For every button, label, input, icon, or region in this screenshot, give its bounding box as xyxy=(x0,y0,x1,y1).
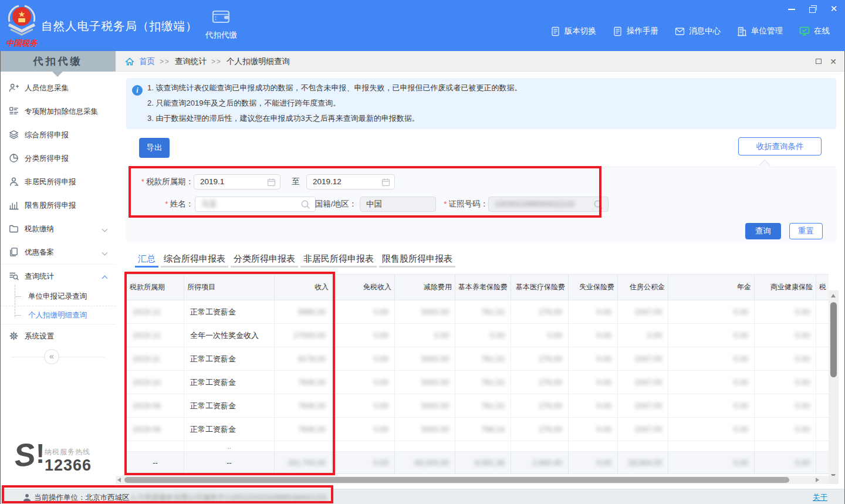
tab-2[interactable]: 分类所得申报表 xyxy=(231,251,298,268)
table-cell: 0.00 xyxy=(395,324,455,347)
sidebar-item-2[interactable]: 综合所得申报 xyxy=(0,123,116,147)
window-restore-button[interactable] xyxy=(809,5,817,13)
table-cell xyxy=(395,441,455,452)
table-cell: 0.00 xyxy=(755,394,816,418)
column-header[interactable]: 免税收入 xyxy=(332,275,395,300)
building-icon xyxy=(737,26,747,36)
table-cell: 1547.00 xyxy=(618,300,668,324)
sidebar-collapse-button[interactable]: « xyxy=(44,349,59,364)
scroll-up-arrow[interactable] xyxy=(831,294,836,297)
column-header[interactable]: 年金 xyxy=(668,275,755,300)
breadcrumb-item[interactable]: 查询统计 xyxy=(175,56,207,67)
reset-button[interactable]: 重置 xyxy=(789,223,823,239)
info-icon: i xyxy=(132,85,143,96)
table-cell: 279.00 xyxy=(511,300,569,324)
header-menu-item-1[interactable]: 操作手册 xyxy=(613,26,658,36)
table-cell: 0.00 xyxy=(755,300,816,324)
tab-3[interactable]: 非居民所得申报表 xyxy=(300,251,377,268)
horizontal-scroll-thumb[interactable] xyxy=(124,477,789,483)
home-icon xyxy=(125,57,134,66)
table-cell: 0.00 xyxy=(455,324,511,347)
sidebar-item-0[interactable]: 人员信息采集 xyxy=(0,76,116,100)
table-cell xyxy=(816,300,829,324)
sidebar-item-8[interactable]: 查询统计 xyxy=(0,264,116,287)
vertical-scroll-thumb[interactable] xyxy=(830,302,837,377)
table-cell xyxy=(816,324,829,347)
sidebar-item-6[interactable]: 税款缴纳 xyxy=(0,217,116,241)
result-tabs: 汇总综合所得申报表分类所得申报表非居民所得申报表限售股所得申报表 xyxy=(135,251,458,268)
sidebar-item-1[interactable]: 专项附加扣除信息采集 xyxy=(0,100,116,123)
annotation-box-form xyxy=(129,166,601,218)
table-cell: 0.00 xyxy=(569,347,618,371)
table-cell: 0.00 xyxy=(668,452,755,474)
table-cell: 1547.00 xyxy=(618,347,668,371)
table-cell xyxy=(755,441,816,452)
export-button[interactable]: 导出 xyxy=(139,138,170,158)
header-tab-daikoudaijiao[interactable]: 代扣代缴 xyxy=(200,9,243,40)
table-cell: 1547.00 xyxy=(618,418,668,441)
column-header[interactable]: 失业保险费 xyxy=(569,275,618,300)
column-header[interactable]: 税 xyxy=(816,275,829,300)
header-menu: 版本切换操作手册消息中心单位管理在线 xyxy=(550,26,830,36)
horizontal-scrollbar[interactable] xyxy=(116,476,829,484)
header-tab-label: 代扣代缴 xyxy=(200,30,243,40)
sidebar-item-5[interactable]: 限售股所得申报 xyxy=(0,194,116,217)
mail-icon xyxy=(675,26,685,36)
pane-maximize-icon[interactable] xyxy=(816,59,822,64)
header-menu-item-2[interactable]: 消息中心 xyxy=(675,26,721,36)
window-border-left xyxy=(0,51,1,504)
tab-1[interactable]: 综合所得申报表 xyxy=(161,251,228,268)
sidebar-item-4[interactable]: 非居民所得申报 xyxy=(0,170,116,194)
scrollbar-corner xyxy=(829,476,839,484)
table-cell: 0.00 xyxy=(569,452,618,474)
table-cell xyxy=(816,371,829,394)
column-header[interactable]: 住房公积金 xyxy=(618,275,668,300)
about-link[interactable]: 关于 xyxy=(813,489,827,504)
person-add-icon xyxy=(9,83,19,93)
gear-icon xyxy=(9,331,19,341)
tax-bureau-logo: ★ 中国税务 xyxy=(5,2,39,49)
chevron-down-icon xyxy=(102,250,108,256)
online-status[interactable]: 在线 xyxy=(799,26,830,36)
document-icon xyxy=(613,26,623,36)
breadcrumb-home[interactable]: 首页 xyxy=(139,56,155,67)
table-cell: 60,000.00 xyxy=(395,452,455,474)
collapse-query-button[interactable]: 收折查询条件 xyxy=(738,137,822,155)
table-cell xyxy=(668,441,755,452)
column-header[interactable]: 基本医疗保险费 xyxy=(511,275,569,300)
table-cell: 798.24 xyxy=(455,418,511,441)
tab-4[interactable]: 限售股所得申报表 xyxy=(379,251,455,268)
table-cell: 5000.00 xyxy=(395,300,455,324)
table-cell: 0.00 xyxy=(569,371,618,394)
pane-close-icon[interactable]: ✕ xyxy=(830,57,837,66)
header-menu-item-0[interactable]: 版本切换 xyxy=(550,26,596,36)
sidebar-item-settings[interactable]: 系统设置 xyxy=(0,324,116,348)
table-cell: 0.00 xyxy=(569,394,618,418)
table-cell: 0.00 xyxy=(668,371,755,394)
logo-caption: 中国税务 xyxy=(6,39,39,48)
sidebar-subitem-1[interactable]: 个人扣缴明细查询 xyxy=(0,306,116,324)
sidebar-subitem-0[interactable]: 单位申报记录查询 xyxy=(0,287,116,306)
search-button[interactable]: 查询 xyxy=(745,223,781,239)
tab-0[interactable]: 汇总 xyxy=(135,251,158,268)
sidebar-item-7[interactable]: 优惠备案 xyxy=(0,241,116,264)
table-cell: 0.00 xyxy=(755,452,816,474)
header-menu-item-3[interactable]: 单位管理 xyxy=(737,26,783,36)
window-minimize-button[interactable] xyxy=(787,5,796,13)
online-monitor-icon xyxy=(799,26,810,36)
vertical-scrollbar[interactable] xyxy=(829,290,839,481)
scroll-right-arrow[interactable] xyxy=(816,478,819,482)
notice-line: 3. 由于数据处理的滞后性，建议您在申报成功3天之后再来查询最新的申报数据。 xyxy=(147,111,522,126)
app-title: 自然人电子税务局（扣缴端） xyxy=(41,18,198,34)
column-header[interactable]: 减除费用 xyxy=(395,275,455,300)
column-header[interactable]: 商业健康保险 xyxy=(755,275,816,300)
window-close-button[interactable]: ✕ xyxy=(830,5,838,13)
column-header[interactable]: 基本养老保险费 xyxy=(455,275,511,300)
table-cell: 0.00 xyxy=(569,300,618,324)
scroll-left-arrow[interactable] xyxy=(117,478,121,482)
table-cell: 279.00 xyxy=(511,347,569,371)
table-cell: 0.00 xyxy=(569,418,618,441)
sidebar-item-3[interactable]: 分类所得申报 xyxy=(0,147,116,170)
table-cell: 0.00 xyxy=(569,324,618,347)
notice-line: 2. 只能查询2019年及之后的数据，不能进行跨年度查询。 xyxy=(147,96,522,111)
